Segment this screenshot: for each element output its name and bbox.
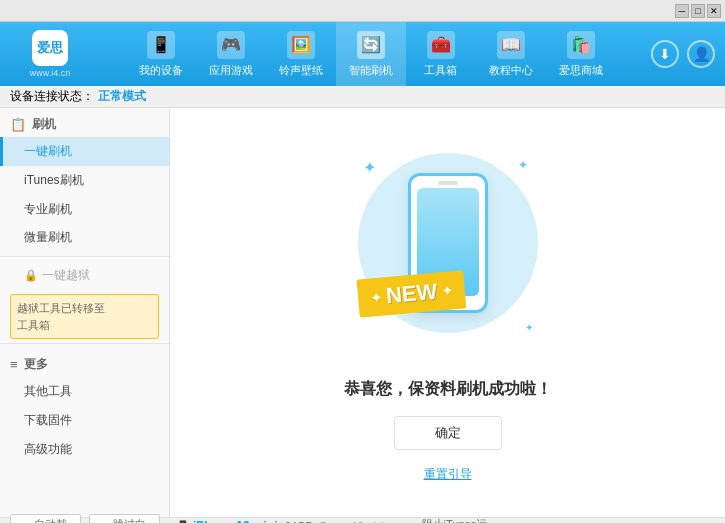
nav-ringtone[interactable]: 🖼️ 铃声壁纸 — [266, 22, 336, 86]
auto-connect-checkbox-wrap[interactable]: 自动截连 — [10, 514, 81, 524]
phone-camera — [438, 181, 458, 185]
sidebar-flash-header: 📋 刷机 — [0, 108, 169, 137]
device-storage: 64GB — [285, 520, 313, 524]
nav-app-games[interactable]: 🎮 应用游戏 — [196, 22, 266, 86]
confirm-button[interactable]: 确定 — [394, 416, 502, 450]
header: 爱思 www.i4.cn 📱 我的设备 🎮 应用游戏 🖼️ 铃声壁纸 🔄 智能刷… — [0, 22, 725, 86]
sidebar-item-one-click-flash[interactable]: 一键刷机 — [0, 137, 169, 166]
sidebar-item-other-tools[interactable]: 其他工具 — [0, 377, 169, 406]
my-device-icon: 📱 — [147, 31, 175, 59]
user-button[interactable]: 👤 — [687, 40, 715, 68]
stop-itunes-wrap[interactable]: 阻止iTunes运行 — [406, 517, 492, 524]
sidebar-item-itunes-flash[interactable]: iTunes刷机 — [0, 166, 169, 195]
phone-icon: 📱 — [176, 520, 190, 524]
nav-store-label: 爱思商城 — [559, 63, 603, 78]
nav-store[interactable]: 🛍️ 爱思商城 — [546, 22, 616, 86]
nav-app-games-label: 应用游戏 — [209, 63, 253, 78]
nav-my-device[interactable]: 📱 我的设备 — [126, 22, 196, 86]
window-controls[interactable]: ─ □ ✕ — [675, 4, 721, 18]
new-ribbon-content: ✦ NEW ✦ — [369, 277, 454, 310]
ringtone-icon: 🖼️ — [287, 31, 315, 59]
minimize-button[interactable]: ─ — [675, 4, 689, 18]
status-label: 设备连接状态： — [10, 88, 94, 105]
sidebar-divider-2 — [0, 343, 169, 344]
more-section-icon: ≡ — [10, 357, 18, 372]
skip-wizard-checkbox-wrap[interactable]: 跳过向导 — [89, 514, 160, 524]
app-games-icon: 🎮 — [217, 31, 245, 59]
tutorial-icon: 📖 — [497, 31, 525, 59]
smart-flash-icon: 🔄 — [357, 31, 385, 59]
nav-my-device-label: 我的设备 — [139, 63, 183, 78]
status-bar: 设备连接状态： 正常模式 — [0, 86, 725, 108]
logo-url: www.i4.cn — [30, 68, 71, 78]
store-icon: 🛍️ — [567, 31, 595, 59]
left-panel: 📋 刷机 一键刷机 iTunes刷机 专业刷机 微量刷机 🔒 一键越狱 越狱工 — [0, 108, 170, 517]
nav-ringtone-label: 铃声壁纸 — [279, 63, 323, 78]
lock-icon: 🔒 — [24, 269, 38, 282]
success-message: 恭喜您，保资料刷机成功啦！ — [344, 379, 552, 400]
maximize-button[interactable]: □ — [691, 4, 705, 18]
sparkle-2: ✦ — [518, 158, 528, 172]
sidebar-divider-1 — [0, 256, 169, 257]
logo-icon: 爱思 — [32, 30, 68, 66]
device-name: iPhone 12 mini — [193, 519, 278, 524]
toolbox-icon: 🧰 — [427, 31, 455, 59]
content-panel: ✦ ✦ ✦ ✦ NEW ✦ 恭喜您，保资料刷机成功啦！ 确定 重置引导 — [170, 108, 725, 517]
nav-smart-flash-label: 智能刷机 — [349, 63, 393, 78]
main-area: 📋 刷机 一键刷机 iTunes刷机 专业刷机 微量刷机 🔒 一键越狱 越狱工 — [0, 108, 725, 517]
sidebar-item-download-firmware[interactable]: 下载固件 — [0, 406, 169, 435]
phone-illustration: ✦ ✦ ✦ ✦ NEW ✦ — [348, 143, 548, 363]
close-button[interactable]: ✕ — [707, 4, 721, 18]
nav-smart-flash[interactable]: 🔄 智能刷机 — [336, 22, 406, 86]
sidebar-notice: 越狱工具已转移至工具箱 — [10, 294, 159, 339]
nav-toolbox-label: 工具箱 — [424, 63, 457, 78]
title-bar: ─ □ ✕ — [0, 0, 725, 22]
flash-section-label: 刷机 — [32, 116, 56, 133]
sparkle-3: ✦ — [525, 322, 533, 333]
new-text: NEW — [384, 278, 437, 308]
notice-text: 越狱工具已转移至工具箱 — [17, 302, 105, 331]
sidebar-item-advanced[interactable]: 高级功能 — [0, 435, 169, 464]
header-actions: ⬇ 👤 — [651, 40, 715, 68]
sparkle-1: ✦ — [363, 158, 376, 177]
nav-toolbox[interactable]: 🧰 工具箱 — [406, 22, 476, 86]
nav-tutorial-label: 教程中心 — [489, 63, 533, 78]
sidebar-scroll: 📋 刷机 一键刷机 iTunes刷机 专业刷机 微量刷机 🔒 一键越狱 越狱工 — [0, 108, 169, 517]
sidebar-item-micro-flash[interactable]: 微量刷机 — [0, 223, 169, 252]
bottom-bar: 自动截连 跳过向导 📱 iPhone 12 mini 64GB Down-12m… — [0, 517, 725, 523]
flash-section-icon: 📋 — [10, 117, 26, 132]
nav-bar: 📱 我的设备 🎮 应用游戏 🖼️ 铃声壁纸 🔄 智能刷机 🧰 工具箱 📖 教程中… — [90, 22, 651, 86]
retry-link[interactable]: 重置引导 — [424, 466, 472, 483]
download-button[interactable]: ⬇ — [651, 40, 679, 68]
status-mode: 正常模式 — [98, 88, 146, 105]
skip-wizard-label: 跳过向导 — [113, 517, 153, 524]
sidebar-more-header: ≡ 更多 — [0, 348, 169, 377]
device-info: 📱 iPhone 12 mini 64GB Down-12mini-13,1 — [176, 519, 394, 524]
logo[interactable]: 爱思 www.i4.cn — [10, 29, 90, 79]
sidebar-item-jailbreak: 🔒 一键越狱 — [0, 261, 169, 290]
nav-tutorial[interactable]: 📖 教程中心 — [476, 22, 546, 86]
auto-connect-label: 自动截连 — [34, 517, 74, 524]
stop-itunes-label: 阻止iTunes运行 — [422, 517, 492, 524]
sidebar-item-pro-flash[interactable]: 专业刷机 — [0, 195, 169, 224]
jailbreak-label: 一键越狱 — [42, 267, 90, 284]
more-section-label: 更多 — [24, 356, 48, 373]
